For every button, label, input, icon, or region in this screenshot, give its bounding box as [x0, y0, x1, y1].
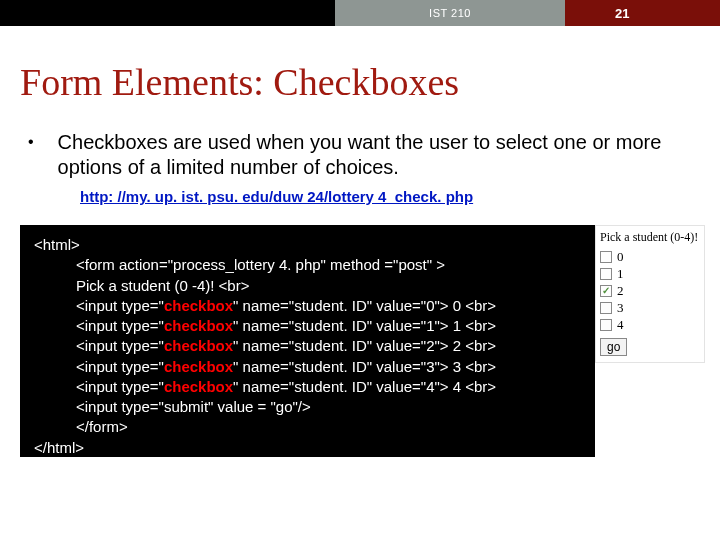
- code-line: <form action="process_lottery 4. php" me…: [34, 255, 581, 275]
- code-highlight: checkbox: [164, 378, 233, 395]
- checkbox[interactable]: [600, 285, 612, 297]
- code-line: Pick a student (0 -4)! <br>: [34, 276, 581, 296]
- preview-option-label: 0: [617, 249, 624, 265]
- code-highlight: checkbox: [164, 317, 233, 334]
- code-line: <input type="checkbox" name="student. ID…: [34, 316, 581, 336]
- preview-option-row: 4: [600, 317, 700, 333]
- bullet-text: Checkboxes are used when you want the us…: [58, 130, 690, 180]
- code-line: <html>: [34, 235, 581, 255]
- code-line: <input type="checkbox" name="student. ID…: [34, 377, 581, 397]
- code-line: <input type="checkbox" name="student. ID…: [34, 357, 581, 377]
- code-line: <input type="submit" value = "go"/>: [34, 397, 581, 417]
- bullet-row: • Checkboxes are used when you want the …: [28, 130, 690, 180]
- course-label: IST 210: [335, 0, 565, 26]
- preview-option-label: 1: [617, 266, 624, 282]
- checkbox[interactable]: [600, 302, 612, 314]
- code-line: </html>: [34, 438, 581, 458]
- preview-option-row: 0: [600, 249, 700, 265]
- page-number: 21: [565, 0, 720, 26]
- code-line: <input type="checkbox" name="student. ID…: [34, 336, 581, 356]
- slide-title: Form Elements: Checkboxes: [20, 60, 459, 104]
- code-line: <input type="checkbox" name="student. ID…: [34, 296, 581, 316]
- preview-option-label: 3: [617, 300, 624, 316]
- checkbox[interactable]: [600, 268, 612, 280]
- code-block: <html> <form action="process_lottery 4. …: [20, 225, 595, 457]
- preview-option-label: 2: [617, 283, 624, 299]
- example-link[interactable]: http: //my. up. ist. psu. edu/duw 24/lot…: [80, 188, 473, 205]
- preview-option-label: 4: [617, 317, 624, 333]
- code-highlight: checkbox: [164, 297, 233, 314]
- checkbox[interactable]: [600, 251, 612, 263]
- preview-title: Pick a student (0-4)!: [600, 230, 700, 245]
- code-highlight: checkbox: [164, 337, 233, 354]
- code-highlight: checkbox: [164, 358, 233, 375]
- checkbox[interactable]: [600, 319, 612, 331]
- code-line: </form>: [34, 417, 581, 437]
- preview-option-row: 1: [600, 266, 700, 282]
- submit-button[interactable]: go: [600, 338, 627, 356]
- bullet-dot-icon: •: [28, 133, 34, 151]
- preview-option-row: 2: [600, 283, 700, 299]
- preview-option-row: 3: [600, 300, 700, 316]
- rendered-preview: Pick a student (0-4)! 01234 go: [595, 225, 705, 363]
